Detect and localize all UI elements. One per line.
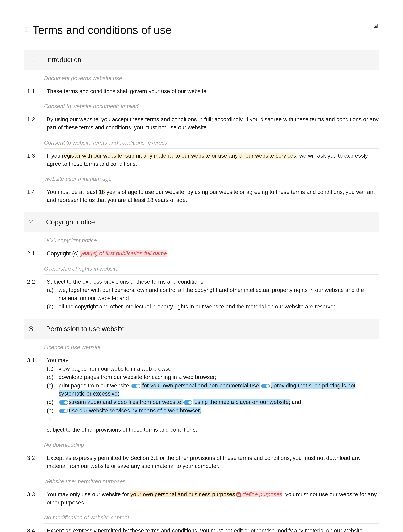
sub-label: (a) xyxy=(47,286,57,302)
move-arrows-icon[interactable] xyxy=(47,416,51,424)
clause-text-pre: You must be at least xyxy=(47,189,99,195)
option-toggle[interactable] xyxy=(183,400,192,405)
clause-body: You may: (a) view pages from our website… xyxy=(47,356,379,434)
clause-note: UCC copyright notice xyxy=(44,237,97,243)
section-1-number: 1. xyxy=(29,55,36,65)
clause-body: Subject to the express provisions of the… xyxy=(47,278,379,311)
sub-item-a: (a) view pages from our website in a web… xyxy=(47,365,379,373)
or-badge[interactable]: or xyxy=(236,492,241,497)
clause-3-1: 3.1 You may: (a) view pages from our web… xyxy=(24,353,379,437)
note-row: Website use: permitted purposes xyxy=(44,473,379,487)
sub-item-d: (d) stream audio and video files from ou… xyxy=(47,398,379,406)
note-row: Ownership of rights in website xyxy=(44,260,379,275)
clause-note: Document governs website use xyxy=(44,75,122,81)
clause-1-1: 1.1 These terms and conditions shall gov… xyxy=(24,84,379,98)
clause-number: 3.2 xyxy=(27,454,40,470)
sub-text: stream audio and video files from our we… xyxy=(59,398,301,406)
clause-note: Ownership of rights in website xyxy=(44,266,119,272)
section-3-heading: Permission to use website xyxy=(46,324,125,334)
sub-text: print pages from our website for your ow… xyxy=(59,381,379,398)
clause-2-1: 2.1 Copyright (c) year(s) of first publi… xyxy=(24,246,379,260)
option-toggle[interactable] xyxy=(261,384,270,388)
clause-note: No modification of website content xyxy=(44,514,129,521)
note-row: Document governs website use xyxy=(44,70,379,84)
section-2-number: 2. xyxy=(29,217,36,227)
note-row: Consent to website document: implied xyxy=(44,98,379,112)
clause-3-2: 3.2 Except as expressly permitted by Sec… xyxy=(24,451,379,473)
clause-tail: subject to the other provisions of these… xyxy=(47,426,379,434)
section-2-header: 2. Copyright notice xyxy=(24,212,379,232)
option-text[interactable]: for your own personal and non-commercial… xyxy=(141,382,260,389)
clause-2-2: 2.2 Subject to the express provisions of… xyxy=(24,275,379,314)
sub-item-b: (b) all the copyright and other intellec… xyxy=(47,303,379,311)
clause-number: 1.3 xyxy=(27,152,40,168)
clause-text-pre: Copyright (c) xyxy=(47,250,80,257)
sub-text: use our website services by means of a w… xyxy=(59,406,201,415)
option-toggle[interactable] xyxy=(59,409,68,413)
option-text[interactable]: use our website services by means of a w… xyxy=(69,407,201,414)
placeholder-field[interactable]: define purposes xyxy=(242,491,282,497)
option-text[interactable]: stream audio and video files from our we… xyxy=(69,399,183,405)
clause-body: You must be at least 18 years of age to … xyxy=(47,188,379,204)
sub-text: view pages from our website in a web bro… xyxy=(59,365,175,373)
note-row: UCC copyright notice xyxy=(44,232,379,246)
sub-label: (e) xyxy=(47,406,57,415)
clause-note: No downloading xyxy=(44,442,84,448)
sub-label: (d) xyxy=(47,398,57,406)
sub-label: (b) xyxy=(47,373,57,381)
option-a-text[interactable]: your own personal and business purposes xyxy=(130,491,235,497)
toc-button[interactable] xyxy=(372,22,379,29)
clause-note: Website user minimum age xyxy=(44,176,112,182)
clause-number: 1.2 xyxy=(27,115,40,132)
sub-item-e: (e) use our website services by means of… xyxy=(47,406,379,415)
sub-text-post: and xyxy=(290,399,301,405)
document-icon xyxy=(24,27,29,35)
page-title: Terms and conditions of use xyxy=(32,22,172,38)
clause-number: 1.4 xyxy=(27,188,40,204)
note-row: Consent to website terms and conditions:… xyxy=(44,135,379,149)
section-1-header: 1. Introduction xyxy=(24,50,379,70)
editable-highlight[interactable]: 18 xyxy=(99,189,105,195)
clause-number: 3.3 xyxy=(27,490,40,507)
title-left: Terms and conditions of use xyxy=(24,22,172,38)
clause-body: Except as expressly permitted by Section… xyxy=(47,454,379,470)
sub-item-a: (a) we, together with our licensors, own… xyxy=(47,286,379,302)
section-1-heading: Introduction xyxy=(46,55,82,65)
sub-text: all the copyright and other intellectual… xyxy=(59,303,338,311)
option-text[interactable]: using the media player on our website; xyxy=(193,399,290,405)
clause-body: Copyright (c) year(s) of first publicati… xyxy=(47,249,379,258)
clause-number: 3.1 xyxy=(27,356,40,434)
sub-item-b: (b) download pages from our website for … xyxy=(47,373,379,381)
clause-3-4: 3.4 Except as expressly permitted by the… xyxy=(24,524,379,532)
option-toggle[interactable] xyxy=(59,400,68,405)
sub-text: download pages from our website for cach… xyxy=(59,373,216,381)
sub-text-pre: print pages from our website xyxy=(59,382,131,389)
clause-note: Consent to website terms and conditions:… xyxy=(44,139,167,146)
clause-number: 2.1 xyxy=(27,249,40,258)
note-row: Website user minimum age xyxy=(44,171,379,185)
sub-text: we, together with our licensors, own and… xyxy=(59,286,379,302)
sub-label: (c) xyxy=(47,381,57,398)
note-row: Licence to use website xyxy=(44,339,379,353)
clause-text-pre: If you xyxy=(47,152,62,159)
placeholder-field[interactable]: year(s) of first publication full name xyxy=(80,250,167,257)
clause-body: If you register with our website, submit… xyxy=(47,152,379,168)
clause-text-post: . xyxy=(167,250,169,257)
clause-body: These terms and conditions shall govern … xyxy=(47,87,379,95)
clause-body: By using our website, you accept these t… xyxy=(47,115,379,132)
sub-label: (a) xyxy=(47,365,57,373)
clause-note: Website use: permitted purposes xyxy=(44,478,126,484)
option-toggle[interactable] xyxy=(131,384,140,388)
sub-item-c: (c) print pages from our website for you… xyxy=(47,381,379,398)
section-3-header: 3. Permission to use website xyxy=(24,319,379,339)
editable-highlight[interactable]: register with our website, submit any ma… xyxy=(62,152,296,159)
clause-1-3: 1.3 If you register with our website, su… xyxy=(24,149,379,171)
title-row: Terms and conditions of use xyxy=(24,22,379,38)
clause-1-4: 1.4 You must be at least 18 years of age… xyxy=(24,185,379,207)
clause-intro: You may: xyxy=(47,356,379,364)
clause-number: 1.1 xyxy=(27,87,40,95)
sub-label: (b) xyxy=(47,303,57,311)
clause-1-2: 1.2 By using our website, you accept the… xyxy=(24,112,379,135)
clause-intro: Subject to the express provisions of the… xyxy=(47,278,379,286)
section-3-number: 3. xyxy=(29,324,36,334)
